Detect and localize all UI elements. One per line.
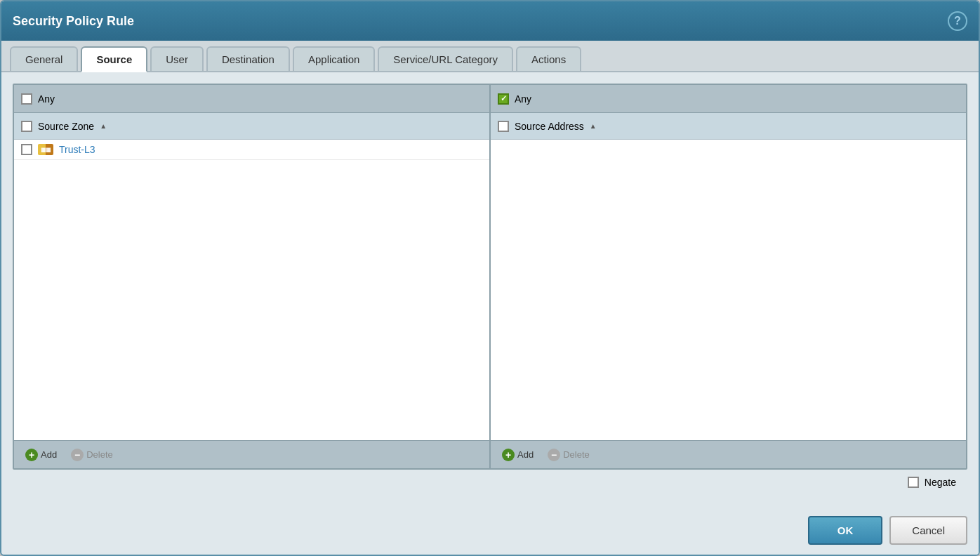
tab-destination[interactable]: Destination [206,46,290,71]
source-address-any-row[interactable]: Any [491,85,966,113]
source-zone-any-label: Any [38,93,55,105]
source-zone-any-row[interactable]: Any [14,85,489,113]
source-address-any-checkbox[interactable] [498,93,509,105]
source-address-add-label: Add [517,449,534,460]
title-bar: Security Policy Rule ? [1,1,979,41]
source-zone-add-icon: + [25,449,38,461]
source-zone-add-label: Add [41,449,57,460]
panels-container: Any Source Zone ▲ ▦▦ Trust-L3 [13,84,967,470]
trust-l3-checkbox[interactable] [21,144,32,155]
source-zone-subheader: Source Zone ▲ [14,113,489,140]
tab-source[interactable]: Source [81,46,147,72]
tabs-bar: General Source User Destination Applicat… [1,41,979,72]
tab-general[interactable]: General [10,46,78,71]
ok-button[interactable]: OK [808,516,883,545]
negate-row: Negate [13,470,967,495]
source-address-header-checkbox[interactable] [498,121,509,132]
content-area: Any Source Zone ▲ ▦▦ Trust-L3 [1,72,979,506]
source-zone-add-button[interactable]: + Add [21,447,61,463]
source-address-add-button[interactable]: + Add [498,447,538,463]
tab-application[interactable]: Application [293,46,375,71]
source-address-delete-icon: − [548,449,560,461]
source-address-list [491,140,966,440]
buttons-row: OK Cancel [1,506,979,555]
tab-service-url[interactable]: Service/URL Category [378,46,513,71]
source-zone-header-label: Source Zone [38,121,94,132]
negate-label: Negate [925,477,956,488]
source-address-subheader: Source Address ▲ [491,113,966,140]
list-item[interactable]: ▦▦ Trust-L3 [14,140,489,160]
help-icon[interactable]: ? [948,11,967,31]
source-address-panel: Any Source Address ▲ + Add − [491,85,966,468]
tab-user[interactable]: User [150,46,204,71]
source-address-delete-button[interactable]: − Delete [543,447,594,463]
source-address-sort-icon[interactable]: ▲ [590,122,597,130]
source-address-delete-label: Delete [563,449,590,460]
source-zone-panel: Any Source Zone ▲ ▦▦ Trust-L3 [14,85,491,468]
source-zone-sort-icon[interactable]: ▲ [100,122,107,130]
source-address-add-icon: + [502,449,515,461]
trust-l3-link[interactable]: Trust-L3 [59,144,95,155]
source-zone-footer: + Add − Delete [14,440,489,468]
source-address-footer: + Add − Delete [491,440,966,468]
dialog-title: Security Policy Rule [13,14,134,29]
tab-actions[interactable]: Actions [516,46,581,71]
source-zone-delete-label: Delete [86,449,113,460]
source-zone-delete-icon: − [71,449,84,461]
source-zone-delete-button[interactable]: − Delete [67,447,117,463]
cancel-button[interactable]: Cancel [889,516,967,545]
security-policy-rule-dialog: Security Policy Rule ? General Source Us… [0,0,980,556]
source-zone-list: ▦▦ Trust-L3 [14,140,489,440]
source-zone-header-checkbox[interactable] [21,121,32,132]
source-address-header-label: Source Address [515,121,584,132]
source-zone-any-checkbox[interactable] [21,93,32,105]
zone-icon: ▦▦ [38,144,53,155]
negate-checkbox[interactable] [908,477,919,488]
source-address-any-label: Any [515,93,531,105]
